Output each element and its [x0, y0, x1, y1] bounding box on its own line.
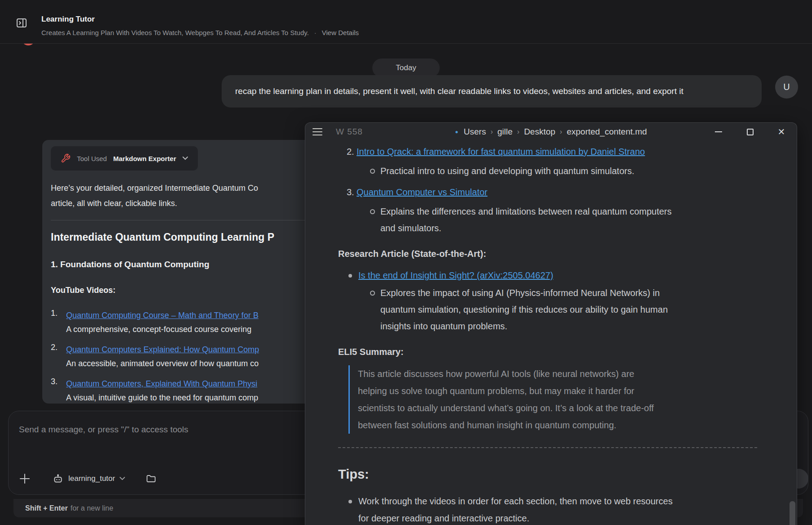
quote-line: between fast solutions and human insight… [358, 417, 654, 434]
sidebar-toggle-icon[interactable] [16, 18, 27, 28]
video-desc: An accessible, animated overview of how … [66, 359, 259, 368]
folder-icon[interactable] [146, 473, 156, 484]
sub-text-line: Explains the differences and limitations… [380, 203, 672, 220]
robot-icon [52, 473, 64, 485]
breadcrumb-segment[interactable]: Desktop [524, 127, 555, 137]
subtitle-separator: · [314, 29, 317, 36]
hollow-bullet-icon [370, 169, 375, 174]
tool-used-label: Tool Used [77, 155, 107, 162]
file-preview-window: W 558 ● Users › gille › Desktop › export… [305, 122, 797, 525]
wrench-icon [61, 153, 71, 163]
assistant-avatar-partial [22, 44, 35, 45]
file-status-dot: ● [455, 129, 458, 135]
app-header: Learning Tutor Creates A Learning Plan W… [0, 0, 812, 44]
hollow-bullet-icon [370, 291, 375, 296]
content-link[interactable]: Intro to Qrack: a framework for fast qua… [357, 144, 645, 160]
breadcrumb-separator: › [560, 128, 562, 136]
sub-bullet: Practical intro to using and developing … [338, 163, 772, 179]
breadcrumb-separator: › [491, 128, 493, 136]
user-message-bubble: recap the learning plan in details, pres… [222, 75, 762, 108]
sub-bullet: Explains the differences and limitations… [338, 203, 772, 237]
tool-used-chip[interactable]: Tool Used Markdown Exporter [51, 146, 198, 171]
video-link[interactable]: Quantum Computing Course – Math and Theo… [66, 311, 259, 320]
window-scrollbar-thumb[interactable] [790, 501, 795, 525]
tip-item: Work through the videos in order for eac… [338, 493, 772, 525]
sub-text-line: insights into quantum problems. [380, 318, 668, 335]
chevron-down-icon [120, 477, 125, 480]
tool-name: Markdown Exporter [113, 155, 176, 162]
item-number: 3. [338, 184, 357, 201]
menu-icon[interactable] [312, 128, 322, 135]
list-item: 2. Intro to Qrack: a framework for fast … [338, 144, 772, 160]
tips-heading: Tips: [338, 467, 772, 482]
markdown-content: 2. Intro to Qrack: a framework for fast … [305, 141, 797, 525]
hollow-bullet-icon [370, 209, 375, 214]
blockquote-border [348, 365, 350, 434]
item-number: 1. [51, 309, 66, 337]
tip-line: for deeper reading and interactive pract… [358, 510, 673, 525]
page-subtitle: Creates A Learning Plan With Videos To W… [41, 29, 359, 36]
window-titlebar[interactable]: W 558 ● Users › gille › Desktop › export… [305, 123, 797, 141]
breadcrumb-filename[interactable]: exported_content.md [567, 127, 647, 137]
breadcrumb: ● Users › gille › Desktop › exported_con… [455, 123, 647, 141]
sub-text-line: quantum simulation, questioning if this … [380, 301, 668, 318]
breadcrumb-segment[interactable]: Users [464, 127, 486, 137]
tip-line: Work through the videos in order for eac… [358, 493, 673, 510]
composer-toolbar: learning_tutor [19, 471, 156, 487]
maximize-button[interactable] [745, 127, 754, 136]
hint-text: for a new line [71, 504, 113, 512]
sub-text-line: Explores the impact of using AI (Physics… [380, 285, 668, 301]
bullet-item: Is the end of Insight in Sight? (arXiv:2… [338, 267, 772, 284]
sub-text-line: and simulators. [380, 220, 672, 237]
chevron-down-icon [183, 157, 188, 160]
video-link[interactable]: Quantum Computers, Explained With Quantu… [66, 379, 257, 388]
window-label: W 558 [336, 127, 363, 137]
research-heading: Research Article (State-of-the-Art): [338, 247, 772, 261]
item-number: 3. [51, 377, 66, 404]
dashed-divider [338, 447, 757, 448]
page-title: Learning Tutor [41, 15, 95, 24]
item-number: 2. [51, 343, 66, 371]
quote-line: This article discusses how powerful AI t… [358, 365, 654, 382]
date-divider-pill: Today [372, 58, 440, 77]
subtitle-text: Creates A Learning Plan With Videos To W… [41, 29, 309, 36]
agent-selector[interactable]: learning_tutor [52, 473, 125, 485]
close-button[interactable]: ✕ [777, 127, 786, 136]
view-details-link[interactable]: View Details [322, 29, 359, 36]
research-link[interactable]: Is the end of Insight in Sight? (arXiv:2… [358, 267, 553, 284]
bullet-icon [348, 274, 352, 278]
quote-line: helping us solve tough quantum problems,… [358, 382, 654, 399]
message-input-placeholder: Send a message, or press "/" to access t… [19, 425, 188, 435]
attach-plus-button[interactable] [19, 473, 31, 485]
list-item: 3. Quantum Computer vs Simulator [338, 184, 772, 201]
item-number: 2. [338, 144, 357, 160]
minimize-button[interactable] [714, 127, 723, 136]
content-link[interactable]: Quantum Computer vs Simulator [357, 184, 487, 201]
eli5-heading: ELI5 Summary: [338, 345, 772, 359]
breadcrumb-segment[interactable]: gille [497, 127, 513, 137]
video-desc: A comprehensive, concept-focused course … [66, 325, 251, 334]
video-desc: A visual, intuitive guide to the need fo… [66, 393, 258, 402]
hint-shortcut: Shift + Enter [25, 504, 68, 512]
bullet-icon [348, 500, 352, 503]
user-avatar: U [775, 76, 798, 99]
quote-line: scientists to actually understand what’s… [358, 399, 654, 417]
sub-bullet: Explores the impact of using AI (Physics… [338, 285, 772, 335]
video-link[interactable]: Quantum Computers Explained: How Quantum… [66, 345, 259, 354]
breadcrumb-separator: › [517, 128, 519, 136]
agent-name: learning_tutor [68, 474, 115, 483]
window-controls: ✕ [714, 127, 786, 136]
sub-text: Practical intro to using and developing … [380, 166, 634, 176]
blockquote: This article discusses how powerful AI t… [348, 365, 772, 434]
